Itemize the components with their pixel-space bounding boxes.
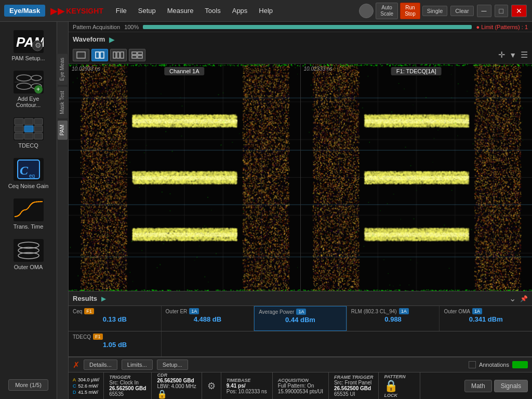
svg-rect-14 — [24, 118, 33, 125]
setup-button[interactable]: Setup... — [157, 360, 188, 370]
svg-rect-37 — [132, 52, 137, 55]
svg-rect-40 — [138, 56, 142, 58]
maximize-button[interactable]: □ — [495, 5, 508, 17]
math-button[interactable]: Math — [464, 380, 492, 392]
waveform-play-button[interactable]: ▶ — [109, 35, 115, 44]
channel-c-label: C — [73, 383, 76, 389]
trigger-src: Src: Clock In — [109, 380, 146, 385]
cdr-label: CDR — [157, 373, 196, 378]
results-pin-button[interactable]: 📌 — [520, 295, 528, 302]
sidebar-item-ceq-noise-gain[interactable]: C eq Ceq Noise Gain — [5, 154, 52, 192]
metrics-grid-2: TDECQ F1 1.05 dB — [69, 331, 532, 357]
channel-1a-badge[interactable]: Channel 1A — [164, 67, 205, 75]
tab-mask-test[interactable]: Mask Test — [58, 87, 68, 118]
trigger-label: Trigger — [109, 375, 146, 380]
tdecq-icon — [13, 116, 44, 141]
svg-rect-18 — [34, 126, 43, 132]
sidebar-item-outer-oma[interactable]: Outer OMA — [5, 235, 52, 273]
menu-measure[interactable]: Measure — [162, 5, 199, 17]
lock-icon[interactable]: 🔒 — [157, 389, 196, 399]
outer-oma-badge: 1A — [472, 308, 482, 314]
details-button[interactable]: Details... — [84, 360, 117, 370]
channel-d-indicator: D 41.5 mW/ — [73, 390, 99, 395]
acquisition-section: Acquisition Full Pattern: On 15.99000534… — [273, 373, 329, 399]
clear-button[interactable]: Clear — [450, 6, 473, 16]
view-quad-button[interactable] — [129, 49, 145, 61]
cdr-section: CDR 26.562500 GBd LBW: 4.000 MHz 🔒 — [152, 373, 202, 399]
content-area: Pattern Acquisition 100% ● Limit (Patter… — [69, 22, 532, 399]
sidebar-label-ceq-noise-gain: Ceq Noise Gain — [8, 183, 49, 189]
oscilloscope-display: 10.02933 ns Channel 1A 10.02333 ns F1: T… — [69, 64, 532, 291]
minimize-button[interactable]: ─ — [477, 5, 491, 17]
left-sidebar: PAM ⚙ PAM Setup... — [0, 22, 57, 399]
channel-c-value: 52.6 mW/ — [78, 383, 99, 389]
eye-mask-button[interactable]: Eye/Mask — [4, 5, 45, 17]
run-stop-button[interactable]: RunStop — [400, 3, 420, 19]
cdr-gear-icon[interactable]: ⚙ — [207, 380, 216, 392]
sidebar-item-add-eye-contour[interactable]: + Add EyeContour... — [5, 66, 52, 111]
more-button[interactable]: More (1/5) — [8, 379, 48, 391]
acquisition-label: Acquisition — [278, 378, 323, 383]
svg-text:+: + — [36, 86, 40, 93]
metric-ceq-title: Ceq F1 — [73, 308, 157, 314]
view-split-button[interactable] — [91, 49, 108, 61]
circle-button[interactable] — [359, 4, 374, 18]
view-triple-button[interactable] — [110, 49, 127, 61]
acq-progress-fill — [143, 25, 472, 29]
ceq-badge: F1 — [84, 308, 94, 314]
lock-label: Lock — [384, 393, 415, 398]
tab-eye-meas[interactable]: Eye Meas — [58, 54, 68, 85]
results-play-button[interactable]: ▶ — [101, 295, 106, 302]
metric-average-power: Average Power 1A 0.44 dBm — [254, 306, 347, 331]
sidebar-item-pam-setup[interactable]: PAM ⚙ PAM Setup... — [5, 26, 52, 64]
green-indicator — [512, 361, 528, 368]
close-button[interactable]: ✕ — [511, 5, 527, 17]
bottom-toolbar: ✗ Details... Limits... Setup... Annotati… — [69, 357, 532, 372]
channel-f1-badge[interactable]: F1: TDECQ[1A] — [391, 67, 442, 75]
svg-rect-17 — [24, 126, 33, 132]
annotations-area: Annotations — [469, 361, 528, 368]
eye-canvas-f1 — [301, 64, 533, 291]
metric-tdecq: TDECQ F1 1.05 dB — [69, 331, 161, 356]
sidebar-item-tdecq[interactable]: TDECQ — [5, 113, 52, 152]
ceq-icon: C eq — [13, 157, 44, 182]
menu-apps[interactable]: Apps — [227, 5, 253, 17]
acq-percent: 100% — [124, 24, 139, 30]
frame-trigger-ui: 65535 UI — [334, 391, 374, 397]
avg-power-badge: 1A — [296, 309, 306, 315]
menu-file[interactable]: File — [111, 5, 132, 17]
results-panel: Results ▶ ⌄ 📌 Ceq F1 0.13 dB — [69, 291, 532, 372]
signals-button[interactable]: Signals — [494, 380, 528, 392]
sidebar-item-trans-time[interactable]: Trans. Time — [5, 194, 52, 233]
channel-a-indicator: A 304.0 μW/ — [73, 377, 99, 382]
tab-pam[interactable]: PAM — [58, 121, 68, 140]
menu-tools[interactable]: Tools — [200, 5, 225, 17]
channel-a-value: 304.0 μW/ — [78, 377, 99, 382]
outer-oma-icon — [13, 238, 44, 263]
results-collapse-button[interactable]: ⌄ — [509, 294, 516, 303]
annotations-label: Annotations — [479, 362, 509, 368]
annotations-checkbox[interactable] — [469, 361, 476, 368]
menu-help[interactable]: Help — [254, 5, 278, 17]
pattern-lock-icon[interactable]: 🔒 — [384, 379, 415, 393]
add-view-button[interactable]: ✛ — [498, 50, 505, 60]
frame-trigger-rate: 26.562500 GBd — [334, 385, 374, 391]
single-button[interactable]: Single — [422, 6, 448, 16]
limits-button[interactable]: Limits... — [122, 360, 153, 370]
view-dropdown-button[interactable]: ▼ — [509, 51, 516, 59]
sidebar-label-pam-setup: PAM Setup... — [12, 55, 45, 61]
svg-rect-20 — [24, 133, 33, 139]
status-bar: A 304.0 μW/ C 52.6 mW/ D 41.5 mW/ Trigge… — [69, 372, 532, 399]
error-icon: ✗ — [73, 360, 79, 370]
metric-outer-oma: Outer OMA 1A 0.341 dBm — [440, 306, 532, 331]
menu-setup[interactable]: Setup — [133, 5, 161, 17]
tdecq-badge: F1 — [93, 334, 103, 340]
metric-outer-er-value: 4.488 dB — [166, 315, 250, 323]
auto-scale-button[interactable]: AutoScale — [376, 3, 398, 19]
settings-button[interactable]: ☰ — [521, 50, 528, 60]
svg-rect-15 — [34, 118, 43, 125]
view-single-button[interactable] — [73, 49, 89, 61]
svg-rect-36 — [121, 52, 124, 58]
sidebar-label-outer-oma: Outer OMA — [14, 264, 43, 270]
main-layout: PAM ⚙ PAM Setup... — [0, 22, 532, 399]
